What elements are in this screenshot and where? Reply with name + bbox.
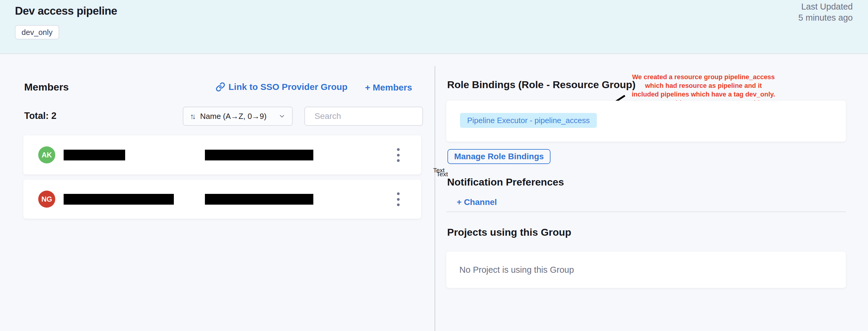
kebab-dot [397, 192, 400, 195]
row-menu-button[interactable] [394, 148, 403, 162]
sort-dropdown[interactable]: ↑↓ Name (A→Z, 0→9) [183, 107, 293, 126]
manage-role-bindings-button[interactable]: Manage Role Bindings [447, 149, 551, 164]
members-total: Total: 2 [24, 111, 57, 121]
projects-empty-message: No Project is using this Group [459, 265, 574, 275]
section-divider [446, 211, 846, 212]
kebab-dot [397, 148, 400, 151]
link-to-sso-provider-group-link[interactable]: Link to SSO Provider Group [216, 82, 347, 92]
stray-text: Text [436, 171, 448, 178]
avatar: AK [38, 146, 55, 163]
user-group-detail-page: Dev access pipeline dev_only Last Update… [0, 0, 868, 331]
sort-selected-option: Name (A→Z, 0→9) [200, 112, 267, 121]
link-icon [216, 82, 225, 92]
notification-preferences-heading: Notification Preferences [447, 176, 564, 188]
tag-chip-dev-only: dev_only [15, 25, 59, 39]
page-title: Dev access pipeline [15, 5, 117, 17]
redacted-email [205, 194, 313, 205]
last-updated-value: 5 minutes ago [798, 12, 853, 23]
last-updated: Last Updated 5 minutes ago [798, 1, 853, 23]
redacted-name [64, 194, 174, 205]
add-members-button[interactable]: + Members [365, 83, 412, 93]
add-channel-button[interactable]: + Channel [457, 198, 497, 207]
chevron-down-icon [278, 113, 285, 120]
role-binding-chip[interactable]: Pipeline Executor - pipeline_access [460, 113, 597, 128]
avatar-initials: NG [41, 195, 52, 204]
member-row: AK [23, 135, 421, 175]
redacted-email [205, 150, 313, 160]
kebab-dot [397, 154, 400, 156]
member-row: NG [23, 180, 421, 219]
row-menu-button[interactable] [394, 192, 403, 207]
avatar-initials: AK [41, 151, 52, 159]
kebab-dot [397, 159, 400, 162]
kebab-dot [397, 198, 400, 201]
role-bindings-heading: Role Bindings (Role - Resource Group) [447, 79, 636, 91]
sort-arrows-icon: ↑↓ [190, 112, 196, 121]
kebab-dot [397, 204, 400, 206]
last-updated-label: Last Updated [798, 1, 853, 12]
page-header: Dev access pipeline dev_only Last Update… [0, 0, 868, 54]
role-bindings-card: Pipeline Executor - pipeline_access [446, 101, 846, 142]
projects-card: No Project is using this Group [446, 251, 846, 288]
redacted-name [64, 150, 125, 160]
sso-link-label: Link to SSO Provider Group [228, 82, 347, 92]
search-box [304, 107, 423, 126]
tag-label: dev_only [22, 28, 53, 37]
search-input[interactable] [314, 112, 422, 121]
avatar: NG [38, 190, 55, 208]
members-heading: Members [24, 81, 69, 93]
panel-divider [435, 66, 435, 331]
projects-heading: Projects using this Group [447, 227, 571, 238]
